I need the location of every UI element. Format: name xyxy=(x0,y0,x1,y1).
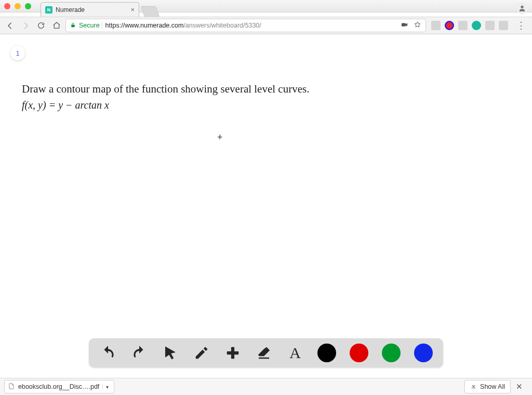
show-all-downloads-button[interactable]: Show All xyxy=(464,380,511,393)
svg-point-0 xyxy=(521,6,523,8)
browser-toolbar: Secure https://www.numerade.com/answers/… xyxy=(0,17,532,34)
svg-rect-1 xyxy=(71,24,74,27)
undo-button[interactable] xyxy=(99,344,117,362)
page-content: 1 Draw a contour map of the function sho… xyxy=(0,34,532,378)
extension-icon[interactable] xyxy=(485,21,495,30)
svg-rect-2 xyxy=(402,23,406,26)
close-window-button[interactable] xyxy=(4,3,10,9)
omnibox-actions xyxy=(401,21,421,30)
show-all-label: Show All xyxy=(480,383,505,390)
url-text: https://www.numerade.com/answers/whitebo… xyxy=(105,22,261,29)
window-controls xyxy=(4,3,31,9)
close-downloads-bar-button[interactable]: ✕ xyxy=(511,382,528,391)
new-tab-button[interactable] xyxy=(140,6,159,17)
forward-button[interactable] xyxy=(19,19,32,32)
profile-avatar-icon[interactable] xyxy=(516,3,528,14)
whiteboard-toolbar: A xyxy=(89,338,443,367)
minimize-window-button[interactable] xyxy=(15,3,21,9)
camera-icon[interactable] xyxy=(401,21,408,30)
file-icon xyxy=(8,383,15,391)
select-tool-button[interactable] xyxy=(162,344,179,362)
download-menu-icon[interactable]: ▾ xyxy=(102,384,112,390)
add-tool-button[interactable] xyxy=(224,344,242,362)
pencil-tool-button[interactable] xyxy=(193,344,210,362)
color-red-button[interactable] xyxy=(350,344,368,362)
text-tool-label: A xyxy=(289,344,301,362)
home-button[interactable] xyxy=(50,19,63,32)
extension-icon[interactable] xyxy=(458,21,468,30)
download-chip[interactable]: ebooksclub.org__Disc….pdf ▾ xyxy=(4,380,114,393)
svg-rect-4 xyxy=(227,351,239,354)
text-tool-button[interactable]: A xyxy=(286,344,304,362)
bookmark-star-icon[interactable] xyxy=(414,21,421,30)
extension-icon[interactable] xyxy=(431,21,441,30)
extension-icon[interactable] xyxy=(472,21,481,30)
reload-button[interactable] xyxy=(34,19,48,32)
fullscreen-window-button[interactable] xyxy=(25,3,31,9)
color-blue-button[interactable] xyxy=(414,344,433,362)
redo-button[interactable] xyxy=(130,344,148,362)
secure-label: Secure xyxy=(79,22,102,29)
eraser-tool-button[interactable] xyxy=(255,344,273,362)
question-text: Draw a contour map of the function showi… xyxy=(22,81,501,97)
extension-icon[interactable] xyxy=(445,21,454,30)
question-equation: f(x, y) = y − arctan x xyxy=(22,98,501,113)
crosshair-cursor-icon: + xyxy=(217,132,223,143)
lock-icon xyxy=(70,22,76,29)
extension-icons xyxy=(428,21,511,30)
back-button[interactable] xyxy=(3,19,17,32)
browser-tab-strip: N Numerade × xyxy=(41,2,158,17)
close-tab-icon[interactable]: × xyxy=(130,6,135,14)
question-block: Draw a contour map of the function showi… xyxy=(22,81,501,113)
download-filename: ebooksclub.org__Disc….pdf xyxy=(18,383,99,390)
slide-number-badge[interactable]: 1 xyxy=(10,46,25,60)
color-black-button[interactable] xyxy=(317,344,336,362)
downloads-bar: ebooksclub.org__Disc….pdf ▾ Show All ✕ xyxy=(0,378,532,395)
tab-favicon: N xyxy=(45,6,52,14)
color-green-button[interactable] xyxy=(382,344,401,362)
extension-icon[interactable] xyxy=(499,21,508,30)
download-arrow-icon xyxy=(470,383,477,391)
address-bar[interactable]: Secure https://www.numerade.com/answers/… xyxy=(65,19,426,32)
browser-tab-active[interactable]: N Numerade × xyxy=(41,2,139,17)
browser-menu-icon[interactable]: ⋮ xyxy=(513,20,529,31)
tab-title: Numerade xyxy=(56,6,127,14)
